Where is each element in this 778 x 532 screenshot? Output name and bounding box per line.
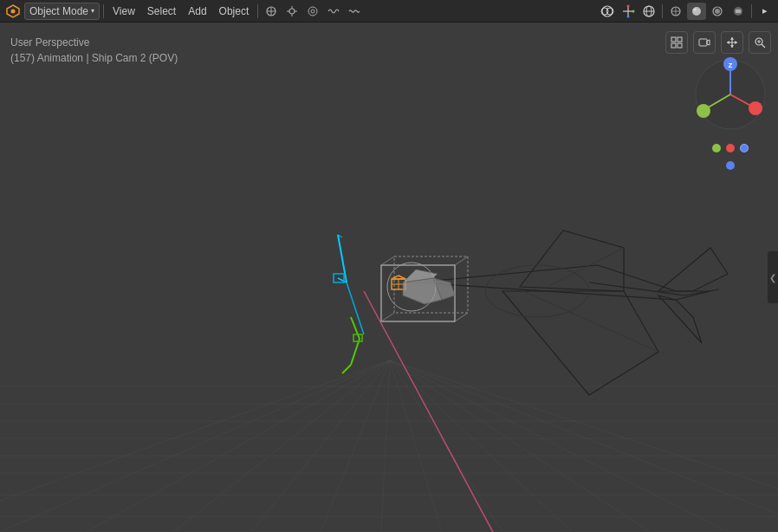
svg-line-54 xyxy=(390,360,778,532)
overlay-icon[interactable] xyxy=(598,3,617,20)
svg-point-98 xyxy=(749,101,762,115)
wireframe-shading-btn[interactable] xyxy=(666,3,685,20)
object-label: Object xyxy=(219,5,250,17)
svg-point-17 xyxy=(627,4,630,7)
svg-point-18 xyxy=(632,10,635,12)
grid-nav-btn[interactable] xyxy=(665,31,688,54)
z-axis-dot xyxy=(740,144,749,152)
grid-background xyxy=(0,23,778,532)
object-mode-dropdown[interactable]: Object Mode ▾ xyxy=(24,3,100,20)
world-icon[interactable] xyxy=(639,3,658,20)
svg-point-11 xyxy=(311,10,314,13)
orientation-widget[interactable]: Z xyxy=(691,55,769,133)
sep4 xyxy=(751,4,752,18)
wave-icon[interactable] xyxy=(345,3,364,20)
svg-line-52 xyxy=(390,360,728,532)
svg-line-42 xyxy=(0,360,390,532)
view-menu-btn[interactable]: View xyxy=(107,3,140,20)
svg-point-27 xyxy=(693,8,697,10)
svg-point-19 xyxy=(627,15,630,17)
svg-line-44 xyxy=(173,360,390,532)
y-axis-dot xyxy=(712,144,721,152)
svg-rect-79 xyxy=(671,37,676,42)
solid-shading-btn[interactable] xyxy=(687,3,706,20)
sep3 xyxy=(662,4,663,18)
svg-marker-87 xyxy=(727,41,729,44)
svg-marker-88 xyxy=(735,41,737,44)
svg-line-43 xyxy=(87,360,390,532)
svg-point-10 xyxy=(308,7,317,16)
svg-line-51 xyxy=(390,360,650,532)
transform-icon[interactable] xyxy=(262,3,281,20)
svg-line-50 xyxy=(390,360,572,532)
select-label: Select xyxy=(147,5,176,17)
editor-type-icon[interactable] xyxy=(3,3,23,20)
svg-line-49 xyxy=(390,360,502,532)
object-menu-btn[interactable]: Object xyxy=(214,3,255,20)
top-toolbar[interactable]: Object Mode ▾ View Select Add Object xyxy=(0,0,778,23)
svg-point-1 xyxy=(11,9,16,13)
camera-nav-btn[interactable] xyxy=(693,31,716,54)
pan-nav-btn[interactable] xyxy=(721,31,743,54)
svg-rect-80 xyxy=(678,37,682,42)
3d-viewport[interactable]: User Perspective (157) Animation | Ship … xyxy=(0,23,778,532)
snap-icon[interactable] xyxy=(282,3,301,20)
select-menu-btn[interactable]: Select xyxy=(142,3,181,20)
svg-rect-81 xyxy=(671,43,676,48)
svg-marker-86 xyxy=(730,45,734,48)
svg-point-26 xyxy=(692,7,701,16)
proportional-edit-icon[interactable] xyxy=(303,3,322,20)
z-bottom-dot xyxy=(726,161,735,170)
svg-text:Z: Z xyxy=(729,62,733,69)
object-mode-arrow: ▾ xyxy=(91,7,94,15)
curve-icon[interactable] xyxy=(324,3,343,20)
svg-marker-85 xyxy=(730,37,734,40)
svg-point-29 xyxy=(715,9,720,14)
material-shading-btn[interactable] xyxy=(708,3,727,20)
svg-line-48 xyxy=(390,360,442,532)
svg-rect-83 xyxy=(699,39,707,46)
svg-point-5 xyxy=(289,9,295,14)
svg-line-45 xyxy=(251,360,390,532)
sidebar-toggle-icon[interactable]: ▸ xyxy=(755,3,775,20)
svg-line-53 xyxy=(390,360,778,532)
sep2 xyxy=(257,4,258,18)
x-axis-dot xyxy=(726,144,735,152)
object-mode-label: Object Mode xyxy=(29,5,88,17)
zoom-nav-btn[interactable] xyxy=(749,31,771,54)
view-label: View xyxy=(113,5,135,17)
svg-rect-82 xyxy=(678,43,682,48)
add-menu-btn[interactable]: Add xyxy=(183,3,211,20)
gizmo-icon[interactable] xyxy=(619,3,638,20)
svg-line-90 xyxy=(762,44,765,48)
sep1 xyxy=(103,4,104,18)
chevron-left-icon: ❮ xyxy=(769,273,776,282)
add-label: Add xyxy=(188,5,206,17)
svg-line-47 xyxy=(381,360,390,532)
svg-point-100 xyxy=(697,104,710,118)
render-shading-btn[interactable] xyxy=(729,3,748,20)
svg-marker-84 xyxy=(707,40,710,45)
sidebar-collapse-arrow[interactable]: ❮ xyxy=(768,251,778,303)
nav-gizmos[interactable] xyxy=(665,31,771,54)
